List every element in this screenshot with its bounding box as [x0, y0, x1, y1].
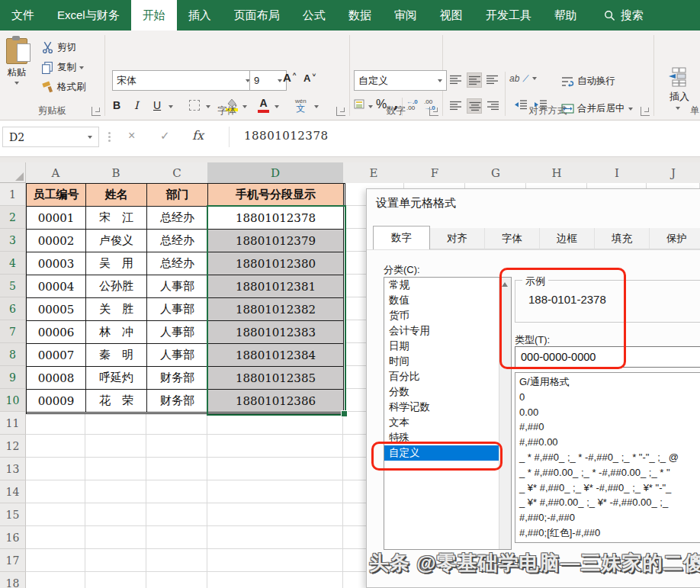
number-dialog-launcher[interactable] [429, 107, 438, 116]
cell-B16[interactable] [85, 526, 146, 549]
table-cell-r2c0[interactable]: 00002 [27, 230, 86, 252]
cell-B18[interactable] [85, 572, 146, 588]
table-cell-r4c2[interactable]: 人事部 [147, 275, 208, 298]
table-cell-r6c0[interactable]: 00006 [27, 321, 86, 344]
table-cell-r3c2[interactable]: 总经办 [147, 252, 208, 275]
cell-A12[interactable] [26, 435, 85, 458]
table-header-r0c3[interactable]: 手机号分段显示 [208, 184, 344, 207]
row-header-7[interactable]: 7 [0, 320, 26, 343]
wrap-text-button[interactable]: 自动换行 [561, 75, 615, 88]
dialog-tab-fill[interactable]: 填充 [595, 228, 650, 249]
table-cell-r8c0[interactable]: 00008 [27, 367, 86, 390]
col-header-B[interactable]: B [85, 162, 147, 184]
ribbon-tab-page-layout[interactable]: 页面布局 [223, 0, 291, 31]
cell-C16[interactable] [146, 526, 207, 549]
font-name-combo[interactable]: 宋体 [112, 70, 255, 91]
table-cell-r8c3[interactable]: 18801012385 [208, 367, 344, 390]
category-item-percentage[interactable]: 百分比 [384, 369, 511, 384]
cell-D17[interactable] [207, 549, 343, 572]
table-header-r0c0[interactable]: 员工编号 [27, 184, 86, 207]
format-code-3[interactable]: #,##0 [519, 419, 700, 435]
category-item-accounting[interactable]: 会计专用 [384, 323, 511, 339]
name-box[interactable]: D2 [2, 127, 99, 147]
table-cell-r9c3[interactable]: 18801012386 [208, 390, 344, 413]
cell-D15[interactable] [207, 503, 343, 526]
format-code-6[interactable]: _ * #,##0.00_ ;_ * -#,##0.00_ ;_ * " [519, 465, 700, 480]
ribbon-tab-data[interactable]: 数据 [337, 0, 383, 31]
font-size-combo[interactable]: 9 [249, 70, 287, 91]
table-cell-r1c1[interactable]: 宋 江 [86, 207, 147, 230]
table-cell-r9c0[interactable]: 00009 [27, 390, 86, 413]
shrink-font-button[interactable]: A˅ [303, 72, 316, 84]
cancel-button[interactable]: × [128, 129, 135, 143]
grow-font-button[interactable]: A˄ [283, 71, 297, 84]
alignment-dialog-launcher[interactable] [641, 107, 650, 116]
cut-button[interactable]: 剪切 [41, 41, 76, 54]
table-cell-r5c0[interactable]: 00005 [27, 298, 86, 321]
format-code-listbox[interactable]: G/通用格式00.00#,##0#,##0.00_ * #,##0_ ;_ * … [515, 372, 700, 543]
ribbon-tab-help[interactable]: 帮助 [543, 0, 589, 31]
ribbon-tab-home[interactable]: 开始 [131, 0, 177, 31]
ribbon-tab-insert[interactable]: 插入 [177, 0, 223, 31]
col-header-F[interactable]: F [404, 162, 466, 184]
row-header-10[interactable]: 10 [0, 389, 26, 412]
format-painter-button[interactable]: 格式刷 [41, 81, 86, 94]
format-code-0[interactable]: G/通用格式 [519, 374, 700, 390]
cell-A14[interactable] [26, 480, 85, 503]
type-input[interactable]: 000-0000-0000 [515, 346, 700, 368]
format-code-5[interactable]: _ * #,##0_ ;_ * -#,##0_ ;_ * "-"_ ;_ @ [519, 450, 700, 465]
insert-cells-caret[interactable] [676, 107, 680, 110]
cell-B17[interactable] [85, 549, 146, 572]
category-item-scientific[interactable]: 科学记数 [384, 400, 511, 415]
category-item-number[interactable]: 数值 [384, 293, 511, 308]
table-cell-r6c3[interactable]: 18801012383 [208, 321, 344, 344]
table-cell-r4c3[interactable]: 18801012381 [208, 275, 344, 298]
row-header-5[interactable]: 5 [0, 275, 26, 297]
formula-input[interactable]: 18801012378 [244, 129, 328, 143]
cell-A13[interactable] [26, 458, 85, 480]
table-cell-r9c1[interactable]: 花 荣 [86, 390, 147, 413]
ribbon-tab-view[interactable]: 视图 [429, 0, 474, 31]
ribbon-tab-developer[interactable]: 开发工具 [474, 0, 543, 31]
cell-C14[interactable] [146, 480, 207, 503]
format-code-2[interactable]: 0.00 [519, 405, 700, 420]
table-cell-r7c3[interactable]: 18801012384 [208, 344, 344, 367]
category-scrollbar[interactable] [499, 278, 511, 549]
cell-C15[interactable] [146, 503, 207, 526]
col-header-I[interactable]: I [587, 162, 647, 184]
scroll-up-arrow[interactable] [502, 282, 508, 287]
table-cell-r2c2[interactable]: 总经办 [147, 230, 208, 252]
formula-bar-drag-handle[interactable] [108, 132, 111, 134]
col-header-A[interactable]: A [26, 162, 86, 184]
category-item-general[interactable]: 常规 [384, 278, 511, 293]
col-header-G[interactable]: G [465, 162, 527, 184]
insert-function-button[interactable]: fx [192, 128, 204, 143]
row-header-9[interactable]: 9 [0, 366, 26, 389]
col-header-E[interactable]: E [343, 162, 405, 184]
cell-D11[interactable] [207, 412, 343, 435]
col-header-J[interactable]: J [647, 162, 700, 184]
cell-C12[interactable] [146, 435, 207, 458]
table-cell-r1c2[interactable]: 总经办 [147, 207, 208, 230]
table-cell-r8c1[interactable]: 呼延灼 [86, 367, 147, 390]
table-cell-r8c2[interactable]: 财务部 [147, 367, 208, 390]
name-box-caret[interactable] [88, 136, 92, 139]
format-code-4[interactable]: #,##0.00 [519, 435, 700, 450]
category-item-date[interactable]: 日期 [384, 339, 511, 354]
format-code-9[interactable]: #,##0;-#,##0 [519, 510, 700, 525]
row-header-11[interactable]: 11 [0, 412, 26, 435]
table-cell-r3c0[interactable]: 00003 [27, 252, 86, 275]
row-header-13[interactable]: 13 [0, 458, 26, 480]
cell-C18[interactable] [146, 572, 207, 588]
row-header-1[interactable]: 1 [0, 183, 26, 206]
table-cell-r3c3[interactable]: 18801012380 [208, 252, 344, 275]
valign-middle-icon[interactable] [467, 72, 482, 88]
cell-C13[interactable] [146, 458, 207, 480]
category-item-fraction[interactable]: 分数 [384, 384, 511, 400]
category-item-text[interactable]: 文本 [384, 415, 511, 430]
format-code-10[interactable]: #,##0;[红色]-#,##0 [519, 525, 700, 541]
cell-C11[interactable] [146, 412, 207, 435]
dialog-tab-number[interactable]: 数字 [373, 226, 430, 249]
category-item-custom[interactable]: 自定义 [384, 445, 511, 461]
dialog-tab-protection[interactable]: 保护 [650, 228, 700, 249]
